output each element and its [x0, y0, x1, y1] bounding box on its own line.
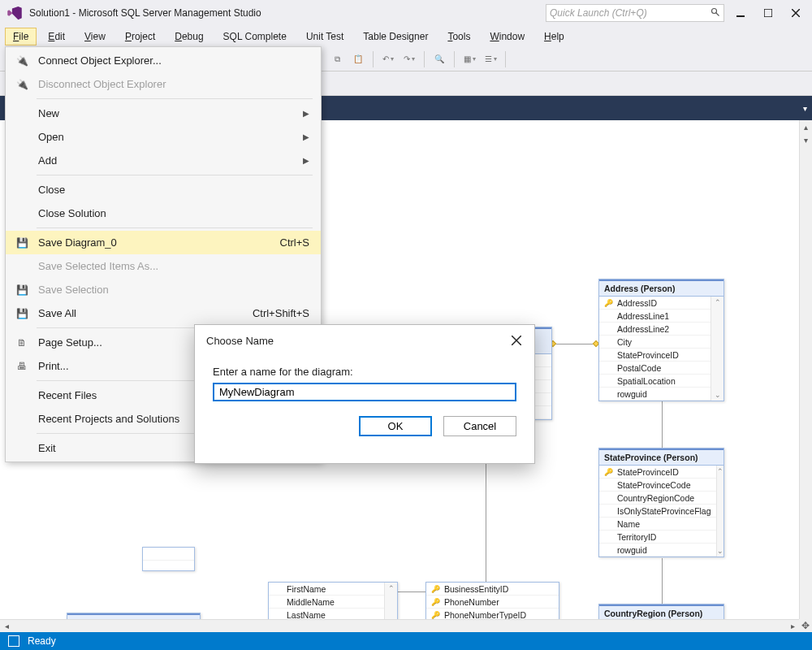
table-person_phone_partial[interactable]: 🔑BusinessEntityID🔑PhoneNumber🔑PhoneNumbe… [425, 582, 559, 619]
minimize-button[interactable] [729, 4, 752, 22]
table-column-row[interactable]: •PostalCode [599, 362, 710, 375]
table-column-row[interactable]: •LastName [269, 609, 384, 619]
scroll-up-icon[interactable]: ⌃ [715, 297, 721, 308]
ok-button[interactable]: OK [359, 416, 432, 436]
scroll-down-icon[interactable]: ⌄ [717, 545, 723, 557]
table-column-row[interactable]: 🔑PhoneNumberTypeID [426, 609, 559, 619]
maximize-button[interactable] [757, 4, 780, 22]
scroll-up-icon[interactable]: ⌃ [717, 466, 723, 477]
file-menu-item[interactable]: Close Solution [6, 202, 321, 225]
menu-unit-test[interactable]: Unit Test [298, 28, 352, 46]
submenu-arrow-icon: ▶ [303, 132, 309, 141]
column-name: StateProvinceID [617, 467, 679, 477]
table-column-row[interactable]: •StateProvinceCode [599, 479, 716, 492]
table-header[interactable]: CountryRegion (Person) [599, 604, 723, 619]
table-column-row[interactable]: 🔑BusinessEntityID [426, 583, 559, 596]
blank-icon: • [604, 494, 612, 502]
table-state_province[interactable]: StateProvince (Person)🔑StateProvinceID•S… [598, 448, 724, 557]
find-icon[interactable]: 🔍 [430, 50, 449, 69]
table-column-row[interactable]: •MiddleName [269, 596, 384, 609]
diagram-name-input[interactable] [213, 383, 516, 401]
file-menu-item[interactable]: Close [6, 178, 321, 202]
table-country_region[interactable]: CountryRegion (Person)🔑CountryRegionCode… [598, 604, 724, 619]
table-column-row[interactable]: •City [599, 336, 710, 349]
scroll-right-icon[interactable]: ▸ [786, 622, 799, 630]
table-column-row[interactable]: •AddressLine2 [599, 323, 710, 336]
menu-separator [37, 228, 313, 228]
tab-overflow-icon[interactable]: ▾ [803, 104, 807, 113]
blank-icon: • [274, 598, 282, 606]
paste-icon[interactable]: 📋 [348, 50, 368, 69]
plug-icon: 🔌 [14, 55, 30, 67]
close-button[interactable] [784, 4, 807, 22]
menu-item-label: Connect Object Explorer... [38, 54, 309, 67]
menu-tools[interactable]: Tools [439, 28, 478, 46]
file-menu-item[interactable]: 🔌Connect Object Explorer... [6, 49, 321, 72]
scroll-up-icon[interactable]: ▴ [800, 120, 812, 133]
menu-table-designer[interactable]: Table Designer [355, 28, 436, 46]
pan-grip-icon[interactable]: ✥ [799, 619, 812, 632]
menu-item-shortcut: Ctrl+S [280, 236, 309, 249]
status-text: Ready [28, 635, 56, 647]
menu-debug[interactable]: Debug [166, 28, 211, 46]
vertical-scrollbar[interactable]: ▴ ▾ [799, 120, 812, 619]
scroll-down-icon[interactable]: ⌄ [715, 389, 721, 401]
table-column-row[interactable]: •Name [599, 518, 716, 531]
menu-project[interactable]: Project [117, 28, 163, 46]
table-scrollbar[interactable]: ⌃⌄ [716, 466, 723, 557]
table-fragment[interactable] [142, 547, 195, 571]
cancel-button[interactable]: Cancel [443, 416, 516, 436]
copy-icon[interactable]: ⧉ [327, 50, 347, 69]
svg-rect-3 [764, 9, 772, 17]
menu-window[interactable]: Window [482, 28, 533, 46]
table-email_address[interactable]: EmailAddress (Person)🔑BusinessEntityID🔑E… [67, 613, 201, 619]
file-menu-item[interactable]: 💾Save Diagram_0Ctrl+S [6, 231, 321, 254]
menu-item-label: Save Selection [38, 284, 309, 296]
table-column-row[interactable]: •IsOnlyStateProvinceFlag [599, 505, 716, 518]
table-column-row[interactable]: •rowguid [599, 388, 710, 401]
table-header[interactable]: Address (Person) [599, 280, 723, 297]
table-column-row[interactable]: •SpatialLocation [599, 375, 710, 388]
table-column-row[interactable]: •AddressLine1 [599, 310, 710, 323]
table-column-row[interactable]: •CountryRegionCode [599, 492, 716, 505]
table-address[interactable]: Address (Person)🔑AddressID•AddressLine1•… [598, 279, 724, 401]
quick-launch-box[interactable]: Quick Launch (Ctrl+Q) [546, 4, 724, 22]
undo-icon[interactable]: ↶ [378, 50, 398, 69]
file-menu-item[interactable]: 💾Save AllCtrl+Shift+S [6, 301, 321, 325]
table-scrollbar[interactable]: ⌃⌄ [384, 583, 397, 619]
table-column-row[interactable]: •rowguid [599, 544, 716, 557]
table-column-row[interactable]: •TerritoryID [599, 531, 716, 544]
menu-file[interactable]: File [5, 28, 37, 46]
menu-sql-complete[interactable]: SQL Complete [215, 28, 295, 46]
menu-view[interactable]: View [76, 28, 114, 46]
project-icon[interactable]: ☰ [481, 50, 500, 69]
horizontal-scrollbar[interactable]: ◂ ▸ [0, 619, 799, 632]
table-column-row[interactable]: 🔑StateProvinceID [599, 466, 716, 479]
menu-help[interactable]: Help [536, 28, 572, 46]
table-column-row[interactable]: •StateProvinceID [599, 349, 710, 362]
file-menu-item[interactable]: Open▶ [6, 125, 321, 149]
table-column-row[interactable]: 🔑AddressID [599, 297, 710, 310]
scroll-down-icon[interactable]: ▾ [800, 133, 812, 146]
relation-line [552, 344, 598, 344]
dialog-close-icon[interactable] [510, 334, 523, 347]
table-header[interactable]: StateProvince (Person) [599, 448, 723, 466]
file-menu-item[interactable]: New▶ [6, 102, 321, 125]
scroll-up-icon[interactable]: ⌃ [388, 583, 395, 594]
table-header[interactable]: EmailAddress (Person) [67, 613, 200, 619]
table-scrollbar[interactable]: ⌃⌄ [710, 297, 723, 401]
column-name: TerritoryID [617, 532, 656, 542]
table-person_partial[interactable]: •FirstName•MiddleName•LastName•Suffix•Em… [268, 582, 398, 619]
scroll-left-icon[interactable]: ◂ [0, 622, 13, 630]
relation-line [662, 401, 663, 448]
column-name: FirstName [287, 584, 326, 594]
menu-edit[interactable]: Edit [40, 28, 73, 46]
save-icon: 💾 [14, 237, 30, 249]
file-menu-item[interactable]: Add▶ [6, 149, 321, 172]
redo-icon[interactable]: ↷ [400, 50, 419, 69]
activity-monitor-icon[interactable]: ▦ [460, 50, 479, 69]
dialog-title: Choose Name [206, 335, 510, 347]
table-column-row[interactable]: 🔑PhoneNumber [426, 596, 559, 609]
column-name: PhoneNumberTypeID [444, 610, 526, 620]
table-column-row[interactable]: •FirstName [269, 583, 384, 596]
